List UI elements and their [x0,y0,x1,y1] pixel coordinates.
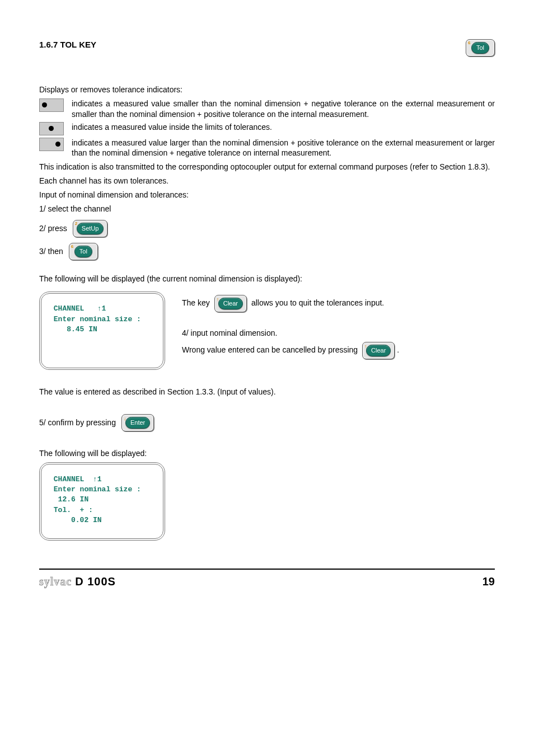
indicator-low-desc: indicates a measured value smaller than … [72,98,495,120]
key-label: Tol [74,246,92,257]
page-number: 19 [483,574,495,589]
key-label: Enter [125,417,150,429]
tolerance-indicator-low [39,98,64,112]
key-label: Tol [471,42,489,54]
key-arrow: ↑ [217,296,219,303]
indicator-ok-desc: indicates a measured value inside the li… [72,122,272,133]
key-corner-number: 6 [468,40,470,46]
footer-brand: sylvacD 100S [39,574,116,589]
step-5-prefix: 5/ confirm by pressing [39,417,116,428]
display-note-1: The following will be displayed (the cur… [39,274,495,284]
key-corner-number: 2 [75,221,77,227]
step-3-prefix: 3/ then [39,246,63,257]
display-note-2: The following will be displayed: [39,448,495,459]
tol-key-icon: 6 Tol [69,243,98,260]
key-arrow: ↓ [124,415,127,422]
value-entry-note: The value is entered as described in Sec… [39,387,495,397]
tolerance-indicator-ok [39,122,64,135]
enter-key-icon: ↓ Enter [121,414,154,431]
step-2-prefix: 2/ press [39,223,67,234]
input-heading: Input of nominal dimension and tolerance… [39,190,495,200]
clear-key-note: The key ↑ Clear allows you to quit the t… [182,295,495,312]
key-label: SetUp [77,223,104,234]
key-label: Clear [366,345,391,356]
step-4a: 4/ input nominal dimension. [182,328,495,339]
optocoupler-note: This indication is also transmitted to t… [39,162,495,172]
step-4b: Wrong value entered can be cancelled by … [182,342,495,359]
step-1: 1/ select the channel [39,204,495,214]
section-heading: 1.6.7 TOL KEY [39,39,96,50]
indicator-high-desc: indicates a measured value larger than t… [72,138,495,159]
key-label: Clear [218,298,243,309]
lcd-display-1: CHANNEL ↑1 Enter nominal size : 8.45 IN [39,292,165,370]
tolerance-indicator-high [39,138,64,151]
clear-key-icon: ↑ Clear [362,342,395,359]
intro-text: Displays or removes tolerance indicators… [39,84,495,95]
lcd-display-2: CHANNEL ↑1 Enter nominal size : 12.6 IN … [39,462,165,541]
key-arrow: ↑ [364,343,367,350]
key-corner-number: 6 [71,244,73,250]
tol-key-icon: 6 Tol [466,39,495,57]
channel-note: Each channel has its own tolerances. [39,176,495,186]
clear-key-icon: ↑ Clear [214,295,247,312]
setup-key-icon: 2 SetUp [73,220,108,237]
